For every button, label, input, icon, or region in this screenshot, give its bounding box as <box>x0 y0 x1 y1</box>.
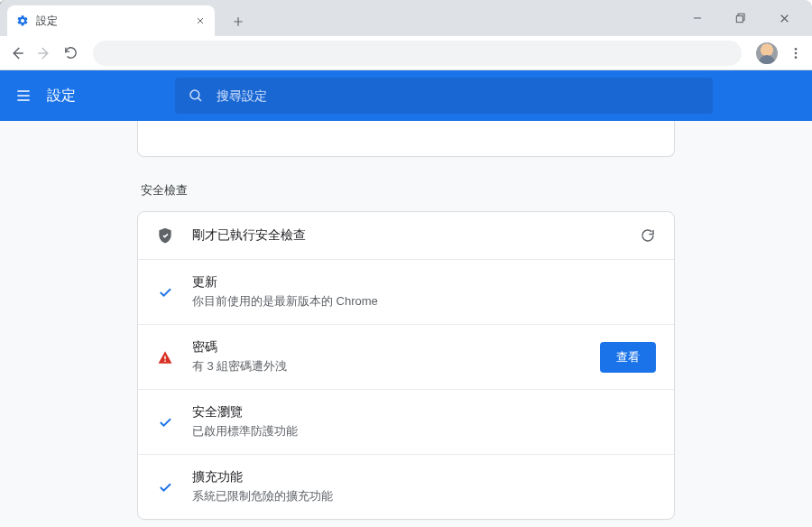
svg-point-4 <box>795 56 798 59</box>
browser-toolbar <box>0 36 812 70</box>
browser-tab[interactable]: 設定 <box>7 5 215 36</box>
warning-icon <box>156 349 174 365</box>
svg-rect-7 <box>164 360 166 362</box>
close-window-icon[interactable] <box>778 12 805 25</box>
minimize-icon[interactable] <box>691 12 718 24</box>
nav-forward-icon <box>36 45 52 61</box>
svg-point-2 <box>795 48 798 51</box>
safety-check-passwords-row[interactable]: 密碼 有 3 組密碼遭外洩 查看 <box>138 324 674 389</box>
svg-point-5 <box>190 90 199 99</box>
search-icon <box>188 88 204 104</box>
extensions-subtitle: 系統已限制危險的擴充功能 <box>192 488 656 504</box>
gear-icon <box>16 14 29 27</box>
svg-rect-1 <box>736 16 743 23</box>
previous-section-tail <box>137 121 675 157</box>
search-settings[interactable] <box>175 78 713 114</box>
nav-back-icon[interactable] <box>9 45 25 61</box>
safety-check-updates-row[interactable]: 更新 你目前使用的是最新版本的 Chrome <box>138 259 674 324</box>
tab-title: 設定 <box>36 14 188 29</box>
restore-icon[interactable] <box>734 12 761 24</box>
updates-subtitle: 你目前使用的是最新版本的 Chrome <box>192 293 656 310</box>
omnibox[interactable] <box>93 41 742 66</box>
tab-strip: 設定 <box>0 0 812 36</box>
svg-point-3 <box>795 51 798 54</box>
reload-icon[interactable] <box>63 45 78 60</box>
browser-menu-icon[interactable] <box>789 46 803 60</box>
safebrowsing-title: 安全瀏覽 <box>192 404 656 421</box>
app-header: 設定 <box>0 70 812 121</box>
rerun-safety-check-button[interactable] <box>640 227 656 244</box>
settings-content: 安全檢查 剛才已執行安全檢查 <box>0 121 812 527</box>
check-icon <box>156 414 174 430</box>
new-tab-button[interactable] <box>226 9 251 34</box>
safety-check-header-title: 剛才已執行安全檢查 <box>192 227 622 244</box>
profile-avatar[interactable] <box>756 42 778 64</box>
updates-title: 更新 <box>192 274 656 291</box>
passwords-title: 密碼 <box>192 339 582 356</box>
search-input[interactable] <box>217 88 700 103</box>
safety-check-extensions-row[interactable]: 擴充功能 系統已限制危險的擴充功能 <box>138 454 674 519</box>
svg-rect-6 <box>164 356 166 359</box>
passwords-subtitle: 有 3 組密碼遭外洩 <box>192 358 582 374</box>
hamburger-icon[interactable] <box>14 87 32 105</box>
safety-check-safebrowsing-row[interactable]: 安全瀏覽 已啟用標準防護功能 <box>138 389 674 454</box>
check-icon <box>156 284 174 300</box>
safety-check-header-row: 剛才已執行安全檢查 <box>138 212 674 259</box>
view-passwords-button[interactable]: 查看 <box>600 342 656 373</box>
section-title-safety-check: 安全檢查 <box>141 182 675 199</box>
window-controls <box>691 0 812 36</box>
close-tab-icon[interactable] <box>195 15 206 26</box>
safebrowsing-subtitle: 已啟用標準防護功能 <box>192 423 656 439</box>
shield-check-icon <box>156 227 174 245</box>
check-icon <box>156 479 174 495</box>
safety-check-card: 剛才已執行安全檢查 更新 你目前使用的是最新版本的 Chrome <box>137 211 675 520</box>
app-title: 設定 <box>47 87 76 106</box>
extensions-title: 擴充功能 <box>192 469 656 485</box>
